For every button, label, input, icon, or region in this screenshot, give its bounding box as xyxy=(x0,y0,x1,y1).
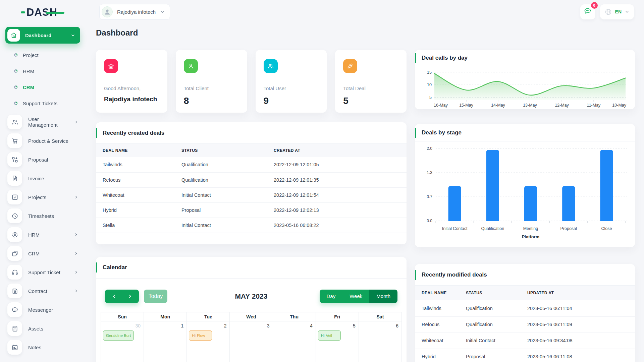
stat-label: Total Client xyxy=(184,85,239,91)
calculator-icon xyxy=(7,321,22,336)
sidebar-item-dashboard[interactable]: Dashboard xyxy=(5,27,80,44)
sidebar-item-support-ticket[interactable]: Support Ticket xyxy=(0,263,85,282)
calendar-view-month[interactable]: Month xyxy=(369,290,397,303)
weekday-header: Tue xyxy=(187,312,230,321)
sidebar-item-notes[interactable]: Notes xyxy=(0,338,85,357)
svg-text:Initial Contact: Initial Contact xyxy=(442,226,468,231)
invoice-icon xyxy=(7,171,22,186)
accent-bar xyxy=(415,53,416,63)
recently-modified-deals-card: Recently modified deals DEAL NAMESTATUSU… xyxy=(415,264,635,362)
table-row: WhitecoatInitial Contact2023-05-16 09:34… xyxy=(415,333,635,349)
company-selector[interactable]: Rajodiya infotech xyxy=(99,4,170,20)
sidebar-item-hrm[interactable]: HRM xyxy=(0,225,85,244)
table-cell: Hybrid xyxy=(415,349,463,362)
sidebar-nav: User Management Product & Service Propos… xyxy=(0,113,85,357)
svg-text:Proposal: Proposal xyxy=(560,226,577,231)
stat-value: Rajodiya infotech xyxy=(104,96,159,103)
topbar: Rajodiya infotech 0 EN xyxy=(85,0,644,23)
weekday-header: Mon xyxy=(144,312,187,321)
table-row: TailwindsQualification2023-05-16 06:11:0… xyxy=(415,300,635,316)
svg-text:14-May: 14-May xyxy=(491,103,505,108)
calendar-event[interactable]: Hi-Flow xyxy=(189,330,212,341)
calendar-date-number: 6 xyxy=(359,321,401,329)
notes-icon xyxy=(7,340,22,355)
sidebar-item-assets[interactable]: Assets xyxy=(0,319,85,338)
sidebar-item-user-management[interactable]: User Management xyxy=(0,113,85,131)
weekday-header: Fri xyxy=(316,312,359,321)
crm-icon xyxy=(7,246,22,261)
messages-button[interactable]: 0 xyxy=(580,4,595,19)
accent-bar xyxy=(415,128,416,138)
svg-text:13-May: 13-May xyxy=(523,103,537,108)
sidebar-subitem-support-tickets[interactable]: Support Tickets xyxy=(0,95,85,111)
sidebar: DASH Dashboard Project HRM CRM Support T… xyxy=(0,0,85,362)
contract-icon xyxy=(7,284,22,298)
chevron-right-icon xyxy=(74,251,78,256)
sidebar-item-crm[interactable]: CRM xyxy=(0,244,85,263)
sidebar-subitem-hrm[interactable]: HRM xyxy=(0,63,85,79)
table-cell: Initial Contact xyxy=(178,187,270,202)
svg-text:11-May: 11-May xyxy=(587,103,601,108)
deals-by-stage-card: Deals by stage 0.00.71.32.0Initial Conta… xyxy=(415,124,635,247)
card-title: Recently created deals xyxy=(103,130,164,136)
users-icon xyxy=(7,115,22,129)
app-logo[interactable]: DASH xyxy=(21,6,85,19)
column-header: STATUS xyxy=(463,286,524,300)
sidebar-item-timesheets[interactable]: Timesheets xyxy=(0,206,85,225)
sidebar-item-contract[interactable]: Contract xyxy=(0,282,85,300)
bullet-icon xyxy=(14,102,17,105)
svg-text:15-May: 15-May xyxy=(459,103,473,108)
stat-card-total-client: Total Client8 xyxy=(176,50,247,113)
stat-value: 5 xyxy=(343,96,398,106)
weekday-header: Thu xyxy=(273,312,316,321)
table-cell: 2023-05-16 09:34:08 xyxy=(524,333,635,349)
globe-icon xyxy=(604,8,612,16)
table-cell: Tailwinds xyxy=(96,157,178,172)
calendar-view-day[interactable]: Day xyxy=(320,290,343,303)
chevron-right-icon[interactable] xyxy=(127,294,133,299)
svg-text:10-May: 10-May xyxy=(612,103,626,108)
table-cell: Proposal xyxy=(463,349,524,362)
calendar-view-week[interactable]: Week xyxy=(342,290,369,303)
sidebar-item-product-service[interactable]: Product & Service xyxy=(0,131,85,150)
main-content: Dashboard Good Afternoon,Rajodiya infote… xyxy=(85,28,644,362)
table-cell: Proposal xyxy=(178,202,270,218)
table-cell: Whitecoat xyxy=(415,333,463,349)
calendar-event[interactable]: Geraldine Burt xyxy=(103,330,134,341)
sidebar-subitem-project[interactable]: Project xyxy=(0,47,85,63)
today-button[interactable]: Today xyxy=(144,290,167,303)
weekday-header: Sun xyxy=(101,312,144,321)
column-header: DEAL NAME xyxy=(415,286,463,300)
table-cell: Initial Contact xyxy=(178,218,270,233)
bullet-icon xyxy=(14,85,17,89)
calendar-date-number: 30 xyxy=(101,321,144,329)
calendar-card: Calendar Today MAY 2023 DayWeekMonth Sun… xyxy=(96,257,407,362)
sidebar-item-invoice[interactable]: Invoice xyxy=(0,169,85,188)
accent-bar xyxy=(96,128,97,138)
calendar-day-cell: 5Hi-Veil xyxy=(316,321,359,362)
svg-text:Platform: Platform xyxy=(522,234,540,239)
table-cell: Qualification xyxy=(178,172,270,187)
chevron-right-icon xyxy=(74,270,78,275)
bullet-icon xyxy=(14,69,17,73)
svg-text:Qualification: Qualification xyxy=(481,226,504,231)
table-cell: 2023-05-16 06:08:22 xyxy=(270,218,407,233)
calendar-event[interactable]: Hi-Veil xyxy=(318,330,341,341)
calendar-prev-next[interactable] xyxy=(105,290,139,303)
rocket-icon xyxy=(343,59,357,73)
sidebar-item-projects[interactable]: Projects xyxy=(0,188,85,206)
sidebar-subitem-crm[interactable]: CRM xyxy=(0,79,85,95)
table-row: TailwindsQualification2022-12-09 12:01:0… xyxy=(96,157,407,172)
sidebar-item-messenger[interactable]: Messenger xyxy=(0,300,85,319)
table-cell: Tailwinds xyxy=(415,300,463,316)
table-cell: Hybrid xyxy=(96,202,178,218)
chevron-right-icon xyxy=(74,120,78,124)
language-selector[interactable]: EN xyxy=(600,4,634,19)
svg-text:0.7: 0.7 xyxy=(427,194,432,199)
table-cell: Qualification xyxy=(463,300,524,316)
recently-created-deals-card: Recently created deals DEAL NAMESTATUSCR… xyxy=(96,122,407,244)
svg-text:15: 15 xyxy=(427,70,432,75)
chevron-left-icon[interactable] xyxy=(111,294,117,299)
sidebar-item-proposal[interactable]: Proposal xyxy=(0,150,85,169)
stat-label: Total Deal xyxy=(343,85,398,91)
